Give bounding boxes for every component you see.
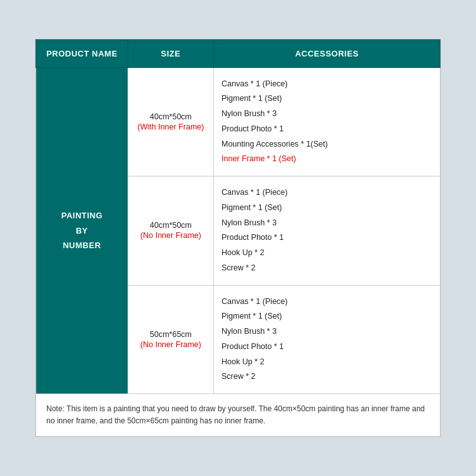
accessory-item: Nylon Brush * 3 — [221, 216, 432, 231]
accessory-item: Product Photo * 1 — [221, 340, 432, 355]
accessory-item: Screw * 2 — [221, 261, 432, 276]
table-row: PAINTINGBYNUMBER40cm*50cm(With Inner Fra… — [36, 67, 440, 176]
size-main: 40cm*50cm — [136, 221, 206, 230]
note-row: Note: This item is a painting that you n… — [36, 394, 440, 437]
header-size: SIZE — [128, 39, 214, 67]
size-cell: 40cm*50cm(No Inner Frame) — [128, 176, 214, 286]
size-main: 50cm*65cm — [136, 330, 206, 339]
accessory-item: Nylon Brush * 3 — [221, 107, 432, 122]
product-table: PRODUCT NAME SIZE ACCESSORIES PAINTINGBY… — [36, 39, 440, 437]
table-header-row: PRODUCT NAME SIZE ACCESSORIES — [36, 39, 440, 67]
header-product-name: PRODUCT NAME — [36, 39, 128, 67]
accessory-item: Pigment * 1 (Set) — [221, 309, 432, 324]
size-main: 40cm*50cm — [136, 112, 206, 121]
size-cell: 50cm*65cm(No Inner Frame) — [128, 285, 214, 394]
accessories-cell: Canvas * 1 (Piece)Pigment * 1 (Set)Nylon… — [214, 176, 440, 286]
main-container: PRODUCT NAME SIZE ACCESSORIES PAINTINGBY… — [35, 39, 441, 438]
header-accessories: ACCESSORIES — [214, 39, 440, 67]
accessories-cell: Canvas * 1 (Piece)Pigment * 1 (Set)Nylon… — [214, 67, 440, 176]
accessory-item: Hook Up * 2 — [221, 355, 432, 370]
accessories-cell: Canvas * 1 (Piece)Pigment * 1 (Set)Nylon… — [214, 285, 440, 394]
accessory-item: Hook Up * 2 — [221, 246, 432, 261]
note-text: Note: This item is a painting that you n… — [36, 394, 440, 437]
accessory-item: Screw * 2 — [221, 369, 432, 385]
product-name-cell: PAINTINGBYNUMBER — [36, 67, 128, 394]
accessory-item: Canvas * 1 (Piece) — [221, 294, 432, 310]
accessory-item: Canvas * 1 (Piece) — [221, 77, 432, 92]
size-note: (No Inner Frame) — [136, 340, 206, 349]
accessory-item: Pigment * 1 (Set) — [221, 91, 432, 107]
accessory-item: Inner Frame * 1 (Set) — [221, 152, 432, 167]
accessory-item: Product Photo * 1 — [221, 122, 432, 137]
accessory-item: Nylon Brush * 3 — [221, 324, 432, 340]
accessory-item: Mounting Accessories * 1(Set) — [221, 137, 432, 152]
accessory-item: Product Photo * 1 — [221, 230, 432, 246]
accessory-item: Pigment * 1 (Set) — [221, 201, 432, 216]
accessory-item: Canvas * 1 (Piece) — [221, 185, 432, 201]
size-note: (No Inner Frame) — [136, 231, 206, 240]
size-note: (With Inner Frame) — [136, 122, 206, 131]
size-cell: 40cm*50cm(With Inner Frame) — [128, 67, 214, 176]
